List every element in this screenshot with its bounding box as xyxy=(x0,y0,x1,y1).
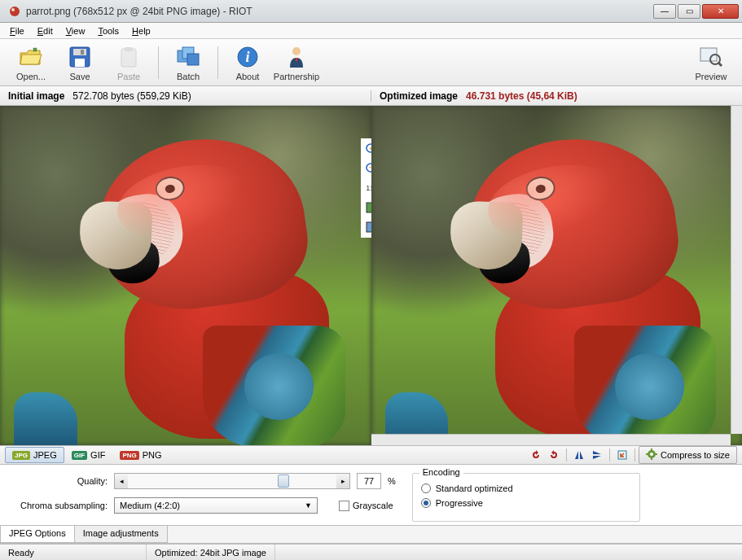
standard-optimized-radio[interactable] xyxy=(421,483,431,493)
batch-icon xyxy=(175,44,201,70)
save-button[interactable]: Save xyxy=(55,42,104,84)
jpeg-badge-icon: JPG xyxy=(12,451,30,460)
svg-rect-7 xyxy=(125,47,133,51)
slider-decrement-button[interactable]: ◂ xyxy=(115,474,128,488)
svg-point-27 xyxy=(650,453,653,456)
preview-button[interactable]: Preview xyxy=(687,42,735,84)
slider-thumb[interactable] xyxy=(278,475,289,488)
initial-image-panel[interactable] xyxy=(0,106,371,445)
status-bar: Ready Optimized: 24bit JPG image xyxy=(0,544,742,560)
png-tab-label: PNG xyxy=(143,450,162,460)
flip-vertical-button[interactable] xyxy=(589,448,605,462)
open-label: Open... xyxy=(16,72,46,81)
jpeg-options-tab[interactable]: JPEG Options xyxy=(0,526,75,543)
about-label: About xyxy=(236,72,260,81)
initial-image-label: Initial image xyxy=(8,90,64,102)
rotate-ccw-button[interactable] xyxy=(528,448,544,462)
save-label: Save xyxy=(69,72,90,81)
format-tab-png[interactable]: PNG PNG xyxy=(112,447,169,463)
image-comparison-area: + − 1:1 xyxy=(0,106,742,445)
bottom-tabs: JPEG Options Image adjustments xyxy=(0,526,742,544)
magnifier-icon xyxy=(698,44,724,70)
menu-bar: File Edit View Tools Help xyxy=(0,23,742,39)
grayscale-checkbox[interactable] xyxy=(339,501,349,511)
slider-track[interactable] xyxy=(128,474,336,488)
batch-label: Batch xyxy=(177,72,200,81)
optimized-image-size: 46.731 bytes (45,64 KiB) xyxy=(466,90,577,102)
menu-file[interactable]: File xyxy=(3,24,31,37)
quality-slider[interactable]: ◂ ▸ xyxy=(114,473,350,489)
optimized-image-label: Optimized image xyxy=(380,90,458,102)
flip-horizontal-button[interactable] xyxy=(571,448,587,462)
toolbar-separator xyxy=(158,46,159,79)
resize-button[interactable] xyxy=(614,448,630,462)
format-bar-separator xyxy=(566,448,567,462)
format-tab-gif[interactable]: GIF GIF xyxy=(64,447,113,463)
standard-optimized-label: Standard optimized xyxy=(436,483,513,493)
quality-label: Quality: xyxy=(10,476,108,486)
svg-rect-6 xyxy=(121,49,136,67)
gif-badge-icon: GIF xyxy=(72,451,87,460)
chroma-subsampling-dropdown[interactable]: Medium (4:2:0) ▼ xyxy=(114,497,318,514)
menu-help[interactable]: Help xyxy=(125,24,157,37)
svg-rect-4 xyxy=(75,59,85,67)
svg-point-1 xyxy=(11,8,15,11)
rotate-cw-button[interactable] xyxy=(546,448,562,462)
image-adjustments-tab[interactable]: Image adjustments xyxy=(74,526,168,543)
about-button[interactable]: i About xyxy=(223,42,272,84)
window-title: parrot.png (768x512 px @ 24bit PNG image… xyxy=(26,6,653,17)
gif-tab-label: GIF xyxy=(90,450,105,460)
close-button[interactable]: ✕ xyxy=(702,4,739,19)
horizontal-scrollbar[interactable] xyxy=(371,434,731,445)
clipboard-icon xyxy=(116,44,142,70)
info-bar: Initial image 572.708 bytes (559,29 KiB)… xyxy=(0,86,742,106)
svg-rect-10 xyxy=(187,54,199,65)
encoding-legend: Encoding xyxy=(419,467,463,477)
png-badge-icon: PNG xyxy=(120,451,138,460)
grayscale-label: Grayscale xyxy=(353,501,393,510)
svg-point-0 xyxy=(10,7,20,16)
person-icon xyxy=(283,44,310,70)
minimize-button[interactable]: — xyxy=(653,4,676,19)
progressive-radio[interactable] xyxy=(421,498,431,508)
format-tab-jpeg[interactable]: JPG JPEG xyxy=(5,447,64,463)
open-button[interactable]: Open... xyxy=(7,42,55,84)
paste-button: Paste xyxy=(104,42,153,84)
vertical-scrollbar[interactable] xyxy=(731,106,742,434)
menu-view[interactable]: View xyxy=(59,24,92,37)
optimized-image-panel[interactable] xyxy=(371,106,743,445)
toolbar: Open... Save Paste Batch i About Partner… xyxy=(0,39,742,86)
title-bar: parrot.png (768x512 px @ 24bit PNG image… xyxy=(0,0,742,23)
encoding-fieldset: Encoding Standard optimized Progressive xyxy=(412,473,640,522)
svg-rect-5 xyxy=(81,50,84,55)
paste-label: Paste xyxy=(117,72,140,81)
quality-input[interactable] xyxy=(357,473,381,489)
app-icon xyxy=(8,5,21,18)
floppy-disk-icon xyxy=(67,44,93,70)
partnership-label: Partnership xyxy=(274,72,319,81)
jpeg-tab-label: JPEG xyxy=(33,450,57,460)
chroma-value: Medium (4:2:0) xyxy=(120,501,180,510)
format-bar-separator xyxy=(609,448,610,462)
menu-edit[interactable]: Edit xyxy=(31,24,59,37)
toolbar-separator xyxy=(217,46,218,79)
batch-button[interactable]: Batch xyxy=(164,42,213,84)
chroma-label: Chroma subsampling: xyxy=(10,501,108,510)
compress-to-size-button[interactable]: Compress to size xyxy=(639,446,737,464)
format-bar-separator xyxy=(634,448,635,462)
folder-open-icon xyxy=(18,44,44,70)
chevron-down-icon: ▼ xyxy=(305,501,312,510)
svg-text:i: i xyxy=(245,49,249,65)
gear-icon xyxy=(646,448,657,462)
partnership-button[interactable]: Partnership xyxy=(272,42,321,84)
slider-increment-button[interactable]: ▸ xyxy=(336,474,349,488)
status-ready: Ready xyxy=(0,545,147,560)
preview-label: Preview xyxy=(695,72,727,81)
initial-image-size: 572.708 bytes (559,29 KiB) xyxy=(72,90,191,102)
svg-point-13 xyxy=(292,47,301,55)
maximize-button[interactable]: ▭ xyxy=(678,4,700,19)
progressive-label: Progressive xyxy=(436,498,483,508)
svg-rect-3 xyxy=(73,49,86,55)
menu-tools[interactable]: Tools xyxy=(91,24,125,37)
options-panel: Quality: ◂ ▸ % Chroma subsampling: Mediu… xyxy=(0,465,742,526)
